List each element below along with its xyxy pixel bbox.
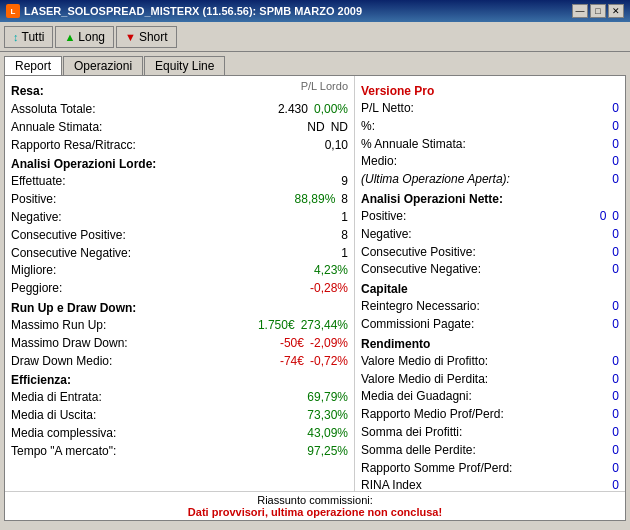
- media-complessiva-label: Media complessiva:: [11, 425, 116, 442]
- massimo-runup-pct: 273,44%: [301, 317, 348, 334]
- rendimento-title: Rendimento: [361, 337, 619, 351]
- pct-annuale-value: 0: [612, 136, 619, 153]
- short-button[interactable]: ▼ Short: [116, 26, 177, 48]
- rapporto-mp-value: 0: [612, 406, 619, 423]
- massimo-drawdown-row: Massimo Draw Down: -50€ -2,09%: [11, 335, 348, 352]
- medio-row: Medio: 0: [361, 153, 619, 170]
- annuale-value2: ND: [331, 119, 348, 136]
- capitale-title: Capitale: [361, 282, 619, 296]
- negative-value: 1: [341, 209, 348, 226]
- ultima-op-value: 0: [612, 171, 619, 188]
- migliore-label: Migliore:: [11, 262, 56, 279]
- consec-positive-label: Consecutive Positive:: [11, 227, 126, 244]
- tutti-label: Tutti: [22, 30, 45, 44]
- pct-annuale-row: % Annuale Stimata: 0: [361, 136, 619, 153]
- pl-netto-row: P/L Netto: 0: [361, 100, 619, 117]
- maximize-button[interactable]: □: [590, 4, 606, 18]
- vm-perdita-value: 0: [612, 371, 619, 388]
- pct-label: %:: [361, 118, 375, 135]
- drawdown-medio-pct: -0,72%: [310, 353, 348, 370]
- drawdown-medio-row: Draw Down Medio: -74€ -0,72%: [11, 353, 348, 370]
- positive-row: Positive: 88,89% 8: [11, 191, 348, 208]
- effettuate-label: Effettuate:: [11, 173, 66, 190]
- massimo-runup-values: 1.750€ 273,44%: [258, 317, 348, 334]
- positive-label: Positive:: [11, 191, 56, 208]
- somma-perdite-value: 0: [612, 442, 619, 459]
- media-entrata-row: Media di Entrata: 69,79%: [11, 389, 348, 406]
- reintegro-row: Reintegro Necessario: 0: [361, 298, 619, 315]
- pro-version-title: Versione Pro: [361, 84, 619, 98]
- short-icon: ▼: [125, 31, 136, 43]
- warning-text: Dati provvisori, ultima operazione non c…: [7, 506, 623, 518]
- negative-label: Negative:: [11, 209, 62, 226]
- pct-row: %: 0: [361, 118, 619, 135]
- vm-perdita-row: Valore Medio di Perdita: 0: [361, 371, 619, 388]
- effettuate-row: Effettuate: 9: [11, 173, 348, 190]
- peggiore-row: Peggiore: -0,28%: [11, 280, 348, 297]
- close-button[interactable]: ✕: [608, 4, 624, 18]
- peggiore-label: Peggiore:: [11, 280, 62, 297]
- media-complessiva-row: Media complessiva: 43,09%: [11, 425, 348, 442]
- media-guadagni-row: Media dei Guadagni: 0: [361, 388, 619, 405]
- tab-report[interactable]: Report: [4, 56, 62, 75]
- consec-positive-value: 8: [341, 227, 348, 244]
- migliore-value: 4,23%: [314, 262, 348, 279]
- tabs-row: Report Operazioni Equity Line: [0, 52, 630, 75]
- rapporto-somme-value: 0: [612, 460, 619, 477]
- somma-profitti-value: 0: [612, 424, 619, 441]
- title-bar: L LASER_SOLOSPREAD_MISTERX (11.56.56): S…: [0, 0, 630, 22]
- tutti-button[interactable]: ↕ Tutti: [4, 26, 53, 48]
- tab-operazioni[interactable]: Operazioni: [63, 56, 143, 75]
- positive-nette-label: Positive:: [361, 208, 406, 225]
- positive-nette-row: Positive: 0 0: [361, 208, 619, 225]
- negative-nette-row: Negative: 0: [361, 226, 619, 243]
- positive-nette-values: 0 0: [600, 208, 619, 225]
- tempo-mercato-label: Tempo "A mercato":: [11, 443, 116, 460]
- minimize-button[interactable]: —: [572, 4, 588, 18]
- consec-pos-nette-label: Consecutive Positive:: [361, 244, 476, 261]
- vm-profitto-row: Valore Medio di Profitto: 0: [361, 353, 619, 370]
- drawdown-medio-euro: -74€: [280, 353, 304, 370]
- consec-pos-nette-row: Consecutive Positive: 0: [361, 244, 619, 261]
- consec-pos-nette-value: 0: [612, 244, 619, 261]
- medio-label: Medio:: [361, 153, 397, 170]
- tutti-icon: ↕: [13, 31, 19, 43]
- consec-negative-row: Consecutive Negative: 1: [11, 245, 348, 262]
- efficienza-title: Efficienza:: [11, 373, 348, 387]
- positive-pct: 88,89%: [295, 191, 336, 208]
- tempo-mercato-row: Tempo "A mercato": 97,25%: [11, 443, 348, 460]
- drawdown-medio-label: Draw Down Medio:: [11, 353, 112, 370]
- massimo-runup-row: Massimo Run Up: 1.750€ 273,44%: [11, 317, 348, 334]
- pct-annuale-label: % Annuale Stimata:: [361, 136, 466, 153]
- massimo-drawdown-euro: -50€: [280, 335, 304, 352]
- consec-neg-nette-label: Consecutive Negative:: [361, 261, 481, 278]
- pl-lordo-header: P/L Lordo: [301, 80, 348, 100]
- media-entrata-value: 69,79%: [307, 389, 348, 406]
- content-area: Resa: P/L Lordo Assoluta Totale: 2.430 0…: [4, 75, 626, 521]
- title-bar-left: L LASER_SOLOSPREAD_MISTERX (11.56.56): S…: [6, 4, 362, 18]
- somma-profitti-row: Somma dei Profitti: 0: [361, 424, 619, 441]
- negative-nette-value: 0: [612, 226, 619, 243]
- media-uscita-value: 73,30%: [307, 407, 348, 424]
- rapporto-somme-label: Rapporto Somme Prof/Perd:: [361, 460, 512, 477]
- commissioni-row: Commissioni Pagate: 0: [361, 316, 619, 333]
- effettuate-value: 9: [341, 173, 348, 190]
- long-label: Long: [78, 30, 105, 44]
- long-button[interactable]: ▲ Long: [55, 26, 114, 48]
- ultima-op-row: (Ultima Operazione Aperta): 0: [361, 171, 619, 188]
- rapporto-row: Rapporto Resa/Ritracc: 0,10: [11, 137, 348, 154]
- migliore-row: Migliore: 4,23%: [11, 262, 348, 279]
- media-uscita-row: Media di Uscita: 73,30%: [11, 407, 348, 424]
- tab-equity-line[interactable]: Equity Line: [144, 56, 225, 75]
- massimo-drawdown-label: Massimo Draw Down:: [11, 335, 128, 352]
- annuale-value1: ND: [307, 119, 324, 136]
- rapporto-somme-row: Rapporto Somme Prof/Perd: 0: [361, 460, 619, 477]
- reintegro-value: 0: [612, 298, 619, 315]
- assoluta-pct: 0,00%: [314, 101, 348, 118]
- bottom-bar: Riassunto commissioni: Dati provvisori, …: [5, 491, 625, 520]
- drawdown-medio-values: -74€ -0,72%: [280, 353, 348, 370]
- media-guadagni-label: Media dei Guadagni:: [361, 388, 472, 405]
- positive-values: 88,89% 8: [295, 191, 348, 208]
- rina-row: RINA Index 0: [361, 477, 619, 491]
- app-icon: L: [6, 4, 20, 18]
